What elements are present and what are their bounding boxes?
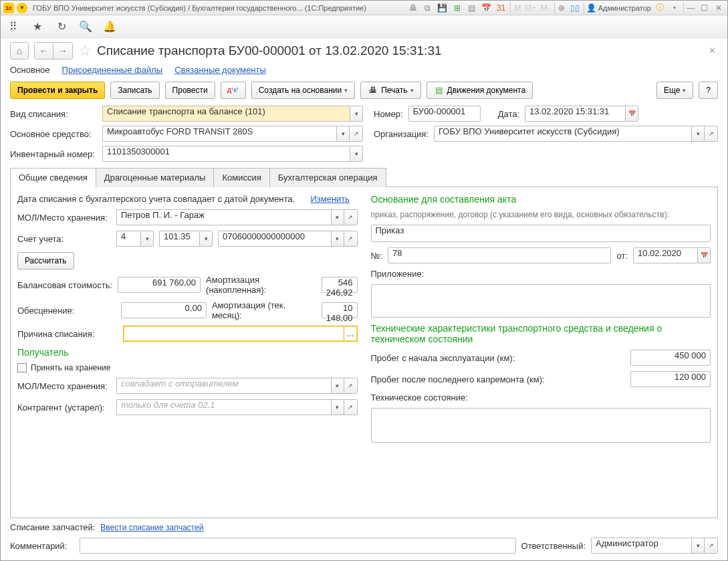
tab-accounting[interactable]: Бухгалтерская операция bbox=[269, 168, 386, 187]
create-based-button[interactable]: Создать на основании▾ bbox=[251, 82, 356, 99]
calendar-picker-icon[interactable]: 📅 bbox=[625, 106, 638, 122]
open-icon[interactable]: ↗ bbox=[344, 399, 358, 415]
dropdown-icon[interactable]: ▾ bbox=[336, 126, 350, 142]
checkbox-icon[interactable] bbox=[17, 363, 27, 372]
save-icon[interactable]: 💾 bbox=[437, 2, 449, 14]
calculate-button[interactable]: Рассчитать bbox=[17, 252, 74, 269]
favorite-icon[interactable]: ★ bbox=[31, 21, 43, 33]
titlebar-dropdown-icon[interactable]: ▼ bbox=[17, 3, 27, 13]
reason-field[interactable]: … bbox=[123, 326, 358, 342]
mol2-field[interactable]: совпадает с отправителем ▾ ↗ bbox=[116, 378, 358, 394]
basis-date-input[interactable]: 10.02.2020 bbox=[633, 247, 697, 263]
dropdown-icon[interactable]: ▾ bbox=[691, 538, 705, 554]
copy-icon[interactable]: ⧉ bbox=[422, 2, 434, 14]
history-icon[interactable]: ↻ bbox=[55, 21, 68, 33]
tech-state-field[interactable] bbox=[371, 408, 711, 443]
open-icon[interactable]: ↗ bbox=[705, 126, 718, 142]
dropdown-icon[interactable]: ▾ bbox=[350, 106, 363, 122]
reason-input[interactable] bbox=[124, 326, 344, 341]
depr-month-field[interactable]: 10 148,00 bbox=[322, 302, 358, 318]
acc3-input[interactable]: 07060000000000000 bbox=[218, 231, 331, 247]
print-icon[interactable]: 🖶 bbox=[407, 2, 419, 14]
apps-icon[interactable]: ⠿ bbox=[7, 21, 19, 33]
counterparty-field[interactable]: только для счета 02.1 ▾ ↗ bbox=[116, 399, 358, 415]
asset-input[interactable]: Микроавтобус FORD TRANSIT 280S bbox=[102, 126, 336, 142]
mol-field[interactable]: Петров П. И. - Гараж ▾ ↗ bbox=[116, 209, 358, 225]
back-button[interactable]: ← bbox=[35, 43, 53, 59]
m-icon[interactable]: M bbox=[510, 2, 522, 14]
movements-button[interactable]: ▤Движения документа bbox=[427, 82, 533, 99]
responsible-field[interactable]: Администратор ▾ ↗ bbox=[591, 538, 718, 554]
subnav-related[interactable]: Связанные документы bbox=[174, 65, 266, 75]
tab-commission[interactable]: Комиссия bbox=[213, 168, 269, 187]
post-and-close-button[interactable]: Провести и закрыть bbox=[10, 82, 105, 99]
take-custody-checkbox[interactable]: Принять на хранение bbox=[17, 363, 358, 372]
minimize-icon[interactable]: — bbox=[683, 2, 695, 14]
dropdown-icon[interactable]: ▾ bbox=[350, 146, 363, 162]
basis-text-field[interactable]: Приказ bbox=[371, 225, 711, 242]
mileage-start-field[interactable]: 450 000 bbox=[630, 350, 711, 366]
parts-link[interactable]: Ввести списание запчастей bbox=[100, 523, 203, 532]
open-icon[interactable]: ↗ bbox=[344, 209, 358, 225]
save-button[interactable]: Записать bbox=[110, 82, 159, 99]
date-icon[interactable]: 31 bbox=[495, 2, 507, 14]
impair-field[interactable]: 0,00 bbox=[121, 302, 207, 318]
panels-icon[interactable]: ▯▯ bbox=[569, 2, 581, 14]
m-minus-icon[interactable]: M- bbox=[539, 2, 552, 14]
search-icon[interactable]: 🔍 bbox=[80, 21, 92, 33]
date-input[interactable]: 13.02.2020 15:31:31 bbox=[525, 106, 625, 122]
print-button[interactable]: 🖶Печать▾ bbox=[360, 82, 420, 99]
comment-field[interactable] bbox=[80, 538, 516, 554]
user-icon[interactable]: 👤 bbox=[584, 2, 596, 14]
open-icon[interactable]: ↗ bbox=[344, 231, 358, 247]
open-icon[interactable]: ↗ bbox=[350, 126, 363, 142]
open-icon[interactable]: ↗ bbox=[344, 378, 358, 394]
m-plus-icon[interactable]: M+ bbox=[525, 2, 537, 14]
org-field[interactable]: ГОБУ ВПО Университет искусств (Субсидия)… bbox=[434, 126, 718, 142]
inv-num-input[interactable]: 1101350300001 bbox=[102, 146, 350, 162]
change-link[interactable]: Изменить bbox=[310, 194, 350, 204]
dropdown-icon[interactable]: ▾ bbox=[331, 231, 344, 247]
basis-date-field[interactable]: 10.02.2020 📅 bbox=[633, 247, 711, 263]
asset-field[interactable]: Микроавтобус FORD TRANSIT 280S ▾ ↗ bbox=[102, 126, 363, 142]
responsible-input[interactable]: Администратор bbox=[591, 538, 691, 554]
info-caret-icon[interactable]: ▾ bbox=[669, 2, 681, 14]
calendar-picker-icon[interactable]: 📅 bbox=[697, 247, 711, 263]
subnav-main[interactable]: Основное bbox=[10, 65, 50, 75]
tab-general[interactable]: Общие сведения bbox=[10, 168, 96, 187]
basis-num-field[interactable]: 78 bbox=[388, 247, 611, 263]
acc1-field[interactable]: 4 ▾ bbox=[116, 231, 154, 247]
more-button[interactable]: Еще▾ bbox=[656, 82, 693, 99]
dropdown-icon[interactable]: ▾ bbox=[140, 231, 154, 247]
open-icon[interactable]: ↗ bbox=[705, 538, 718, 554]
acc2-field[interactable]: 101.35 ▾ bbox=[159, 231, 213, 247]
mol2-input[interactable]: совпадает с отправителем bbox=[116, 378, 331, 394]
calc-icon[interactable]: ⊞ bbox=[451, 2, 463, 14]
number-field[interactable]: БУ00-000001 bbox=[408, 106, 481, 122]
acc2-input[interactable]: 101.35 bbox=[159, 231, 199, 247]
org-input[interactable]: ГОБУ ВПО Университет искусств (Субсидия) bbox=[434, 126, 691, 142]
attachment-field[interactable] bbox=[371, 284, 711, 318]
bell-icon[interactable]: 🔔 bbox=[104, 21, 116, 33]
db-icon[interactable]: ▤ bbox=[466, 2, 478, 14]
zoom-icon[interactable]: ⊕ bbox=[554, 2, 566, 14]
counterparty-input[interactable]: только для счета 02.1 bbox=[116, 399, 331, 415]
dropdown-icon[interactable]: ▾ bbox=[331, 399, 344, 415]
depr-accum-field[interactable]: 546 246,92 bbox=[322, 277, 358, 293]
writeoff-type-field[interactable]: Списание транспорта на балансе (101) ▾ bbox=[102, 106, 363, 122]
home-button[interactable]: ⌂ bbox=[10, 42, 29, 60]
date-field[interactable]: 13.02.2020 15:31:31 📅 bbox=[525, 106, 638, 122]
info-icon[interactable]: ⓘ bbox=[654, 2, 666, 14]
dt-kt-button[interactable]: ДᵀКᵀ bbox=[221, 82, 246, 99]
dropdown-icon[interactable]: ▾ bbox=[331, 378, 344, 394]
forward-button[interactable]: → bbox=[53, 43, 72, 59]
mileage-repair-field[interactable]: 120 000 bbox=[630, 371, 711, 387]
maximize-icon[interactable]: ☐ bbox=[698, 2, 710, 14]
subnav-files[interactable]: Присоединенные файлы bbox=[62, 65, 163, 75]
post-button[interactable]: Провести bbox=[165, 82, 215, 99]
mol-input[interactable]: Петров П. И. - Гараж bbox=[116, 209, 331, 225]
close-window-icon[interactable]: ✕ bbox=[713, 2, 725, 14]
writeoff-type-input[interactable]: Списание транспорта на балансе (101) bbox=[102, 106, 350, 122]
inv-num-field[interactable]: 1101350300001 ▾ bbox=[102, 146, 363, 162]
dropdown-icon[interactable]: ▾ bbox=[331, 209, 344, 225]
